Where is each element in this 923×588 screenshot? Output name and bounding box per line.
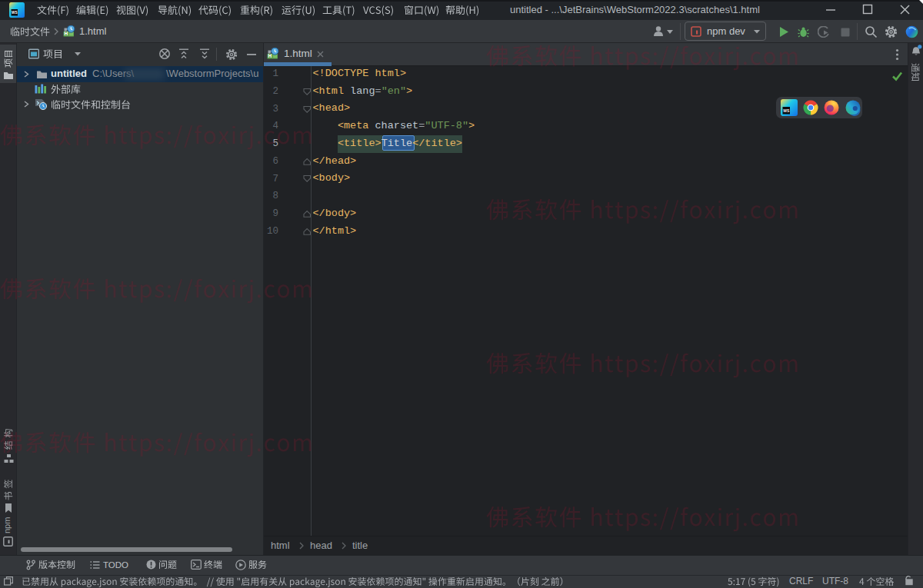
svg-text:H: H [268,53,272,58]
svg-text:WS: WS [783,108,790,113]
svg-text:WS: WS [12,11,17,15]
svg-text:H: H [65,31,68,36]
